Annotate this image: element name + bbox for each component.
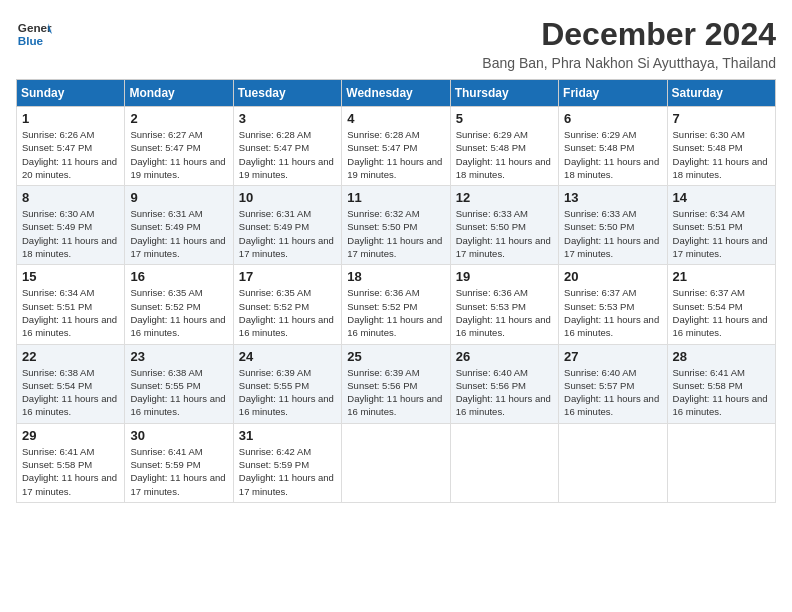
- calendar-cell: 18 Sunrise: 6:36 AMSunset: 5:52 PMDaylig…: [342, 265, 450, 344]
- calendar-cell: 22 Sunrise: 6:38 AMSunset: 5:54 PMDaylig…: [17, 344, 125, 423]
- day-info: Sunrise: 6:32 AMSunset: 5:50 PMDaylight:…: [347, 208, 442, 259]
- day-number: 2: [130, 111, 227, 126]
- calendar-cell: 20 Sunrise: 6:37 AMSunset: 5:53 PMDaylig…: [559, 265, 667, 344]
- day-number: 28: [673, 349, 770, 364]
- day-info: Sunrise: 6:39 AMSunset: 5:55 PMDaylight:…: [239, 367, 334, 418]
- day-number: 22: [22, 349, 119, 364]
- day-number: 17: [239, 269, 336, 284]
- day-info: Sunrise: 6:35 AMSunset: 5:52 PMDaylight:…: [130, 287, 225, 338]
- day-header-saturday: Saturday: [667, 80, 775, 107]
- day-info: Sunrise: 6:42 AMSunset: 5:59 PMDaylight:…: [239, 446, 334, 497]
- day-header-monday: Monday: [125, 80, 233, 107]
- logo-icon: General Blue: [16, 16, 52, 52]
- calendar-cell: 10 Sunrise: 6:31 AMSunset: 5:49 PMDaylig…: [233, 186, 341, 265]
- day-info: Sunrise: 6:36 AMSunset: 5:53 PMDaylight:…: [456, 287, 551, 338]
- calendar-cell: 12 Sunrise: 6:33 AMSunset: 5:50 PMDaylig…: [450, 186, 558, 265]
- calendar-cell: 4 Sunrise: 6:28 AMSunset: 5:47 PMDayligh…: [342, 107, 450, 186]
- calendar-cell: [450, 423, 558, 502]
- day-number: 25: [347, 349, 444, 364]
- day-number: 12: [456, 190, 553, 205]
- day-header-wednesday: Wednesday: [342, 80, 450, 107]
- day-info: Sunrise: 6:31 AMSunset: 5:49 PMDaylight:…: [130, 208, 225, 259]
- calendar-cell: 23 Sunrise: 6:38 AMSunset: 5:55 PMDaylig…: [125, 344, 233, 423]
- day-info: Sunrise: 6:33 AMSunset: 5:50 PMDaylight:…: [456, 208, 551, 259]
- day-info: Sunrise: 6:26 AMSunset: 5:47 PMDaylight:…: [22, 129, 117, 180]
- calendar-cell: 24 Sunrise: 6:39 AMSunset: 5:55 PMDaylig…: [233, 344, 341, 423]
- day-info: Sunrise: 6:28 AMSunset: 5:47 PMDaylight:…: [239, 129, 334, 180]
- day-number: 20: [564, 269, 661, 284]
- day-number: 23: [130, 349, 227, 364]
- calendar-cell: 31 Sunrise: 6:42 AMSunset: 5:59 PMDaylig…: [233, 423, 341, 502]
- day-number: 19: [456, 269, 553, 284]
- calendar-cell: 5 Sunrise: 6:29 AMSunset: 5:48 PMDayligh…: [450, 107, 558, 186]
- day-number: 18: [347, 269, 444, 284]
- day-number: 3: [239, 111, 336, 126]
- day-number: 13: [564, 190, 661, 205]
- month-title: December 2024: [482, 16, 776, 53]
- day-number: 24: [239, 349, 336, 364]
- day-info: Sunrise: 6:34 AMSunset: 5:51 PMDaylight:…: [673, 208, 768, 259]
- day-info: Sunrise: 6:41 AMSunset: 5:58 PMDaylight:…: [673, 367, 768, 418]
- calendar-cell: 27 Sunrise: 6:40 AMSunset: 5:57 PMDaylig…: [559, 344, 667, 423]
- calendar-cell: 16 Sunrise: 6:35 AMSunset: 5:52 PMDaylig…: [125, 265, 233, 344]
- calendar-cell: 13 Sunrise: 6:33 AMSunset: 5:50 PMDaylig…: [559, 186, 667, 265]
- day-number: 1: [22, 111, 119, 126]
- day-number: 31: [239, 428, 336, 443]
- day-info: Sunrise: 6:30 AMSunset: 5:48 PMDaylight:…: [673, 129, 768, 180]
- day-info: Sunrise: 6:29 AMSunset: 5:48 PMDaylight:…: [456, 129, 551, 180]
- day-number: 29: [22, 428, 119, 443]
- calendar-cell: [342, 423, 450, 502]
- svg-text:Blue: Blue: [18, 34, 44, 47]
- calendar-cell: [667, 423, 775, 502]
- day-header-friday: Friday: [559, 80, 667, 107]
- day-number: 27: [564, 349, 661, 364]
- day-info: Sunrise: 6:38 AMSunset: 5:54 PMDaylight:…: [22, 367, 117, 418]
- day-info: Sunrise: 6:28 AMSunset: 5:47 PMDaylight:…: [347, 129, 442, 180]
- calendar-cell: 3 Sunrise: 6:28 AMSunset: 5:47 PMDayligh…: [233, 107, 341, 186]
- calendar-cell: 15 Sunrise: 6:34 AMSunset: 5:51 PMDaylig…: [17, 265, 125, 344]
- calendar-cell: 29 Sunrise: 6:41 AMSunset: 5:58 PMDaylig…: [17, 423, 125, 502]
- calendar-cell: 26 Sunrise: 6:40 AMSunset: 5:56 PMDaylig…: [450, 344, 558, 423]
- day-number: 7: [673, 111, 770, 126]
- day-info: Sunrise: 6:35 AMSunset: 5:52 PMDaylight:…: [239, 287, 334, 338]
- day-info: Sunrise: 6:30 AMSunset: 5:49 PMDaylight:…: [22, 208, 117, 259]
- day-number: 5: [456, 111, 553, 126]
- day-number: 30: [130, 428, 227, 443]
- day-info: Sunrise: 6:34 AMSunset: 5:51 PMDaylight:…: [22, 287, 117, 338]
- day-header-sunday: Sunday: [17, 80, 125, 107]
- day-number: 10: [239, 190, 336, 205]
- calendar-table: SundayMondayTuesdayWednesdayThursdayFrid…: [16, 79, 776, 503]
- location-subtitle: Bang Ban, Phra Nakhon Si Ayutthaya, Thai…: [482, 55, 776, 71]
- day-info: Sunrise: 6:37 AMSunset: 5:53 PMDaylight:…: [564, 287, 659, 338]
- day-info: Sunrise: 6:29 AMSunset: 5:48 PMDaylight:…: [564, 129, 659, 180]
- day-number: 6: [564, 111, 661, 126]
- calendar-cell: 25 Sunrise: 6:39 AMSunset: 5:56 PMDaylig…: [342, 344, 450, 423]
- day-number: 26: [456, 349, 553, 364]
- day-info: Sunrise: 6:27 AMSunset: 5:47 PMDaylight:…: [130, 129, 225, 180]
- day-info: Sunrise: 6:41 AMSunset: 5:58 PMDaylight:…: [22, 446, 117, 497]
- day-info: Sunrise: 6:40 AMSunset: 5:57 PMDaylight:…: [564, 367, 659, 418]
- calendar-cell: 6 Sunrise: 6:29 AMSunset: 5:48 PMDayligh…: [559, 107, 667, 186]
- day-number: 21: [673, 269, 770, 284]
- day-info: Sunrise: 6:41 AMSunset: 5:59 PMDaylight:…: [130, 446, 225, 497]
- day-info: Sunrise: 6:40 AMSunset: 5:56 PMDaylight:…: [456, 367, 551, 418]
- day-info: Sunrise: 6:36 AMSunset: 5:52 PMDaylight:…: [347, 287, 442, 338]
- day-number: 8: [22, 190, 119, 205]
- title-area: December 2024 Bang Ban, Phra Nakhon Si A…: [482, 16, 776, 71]
- calendar-cell: 7 Sunrise: 6:30 AMSunset: 5:48 PMDayligh…: [667, 107, 775, 186]
- logo: General Blue: [16, 16, 52, 52]
- day-number: 9: [130, 190, 227, 205]
- day-info: Sunrise: 6:39 AMSunset: 5:56 PMDaylight:…: [347, 367, 442, 418]
- day-number: 14: [673, 190, 770, 205]
- day-number: 11: [347, 190, 444, 205]
- calendar-cell: 1 Sunrise: 6:26 AMSunset: 5:47 PMDayligh…: [17, 107, 125, 186]
- day-number: 15: [22, 269, 119, 284]
- day-header-thursday: Thursday: [450, 80, 558, 107]
- calendar-cell: 9 Sunrise: 6:31 AMSunset: 5:49 PMDayligh…: [125, 186, 233, 265]
- day-number: 4: [347, 111, 444, 126]
- calendar-cell: 17 Sunrise: 6:35 AMSunset: 5:52 PMDaylig…: [233, 265, 341, 344]
- calendar-cell: [559, 423, 667, 502]
- calendar-cell: 11 Sunrise: 6:32 AMSunset: 5:50 PMDaylig…: [342, 186, 450, 265]
- calendar-cell: 28 Sunrise: 6:41 AMSunset: 5:58 PMDaylig…: [667, 344, 775, 423]
- calendar-cell: 30 Sunrise: 6:41 AMSunset: 5:59 PMDaylig…: [125, 423, 233, 502]
